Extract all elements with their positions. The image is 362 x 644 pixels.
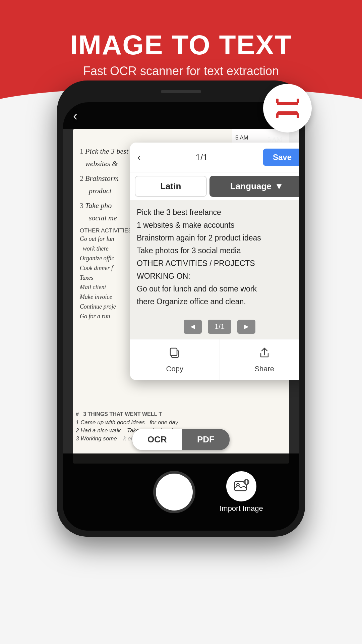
copy-icon (168, 346, 181, 362)
ocr-back-button[interactable]: ‹ (137, 152, 140, 163)
svg-rect-3 (276, 113, 279, 118)
ocr-text-area: Pick the 3 best freelance 1 websites & m… (130, 200, 299, 314)
back-button[interactable]: ‹ (73, 108, 77, 123)
prev-page-button[interactable]: ◄ (184, 320, 202, 334)
phone-mockup: ‹ ••• 5 AM 1 Pick the 3 best freelancewe… (57, 80, 305, 537)
copy-button[interactable]: Copy (130, 339, 220, 380)
svg-rect-0 (277, 102, 298, 105)
import-icon (226, 471, 256, 501)
import-image-button[interactable]: Import Image (220, 471, 263, 513)
app-subtitle: Fast OCR scanner for text extraction (83, 64, 279, 78)
pdf-mode-button[interactable]: PDF (182, 429, 230, 450)
svg-rect-5 (297, 113, 299, 118)
next-page-button[interactable]: ► (237, 320, 255, 334)
share-label: Share (254, 365, 274, 373)
ocr-save-button[interactable]: Save (263, 149, 299, 166)
language-dropdown[interactable]: Language ▼ (209, 176, 299, 197)
phone-speaker (161, 90, 201, 93)
camera-bottom-bar: Import Image (63, 453, 299, 531)
ocr-pagination: ◄ 1/1 ► (130, 314, 299, 339)
ocr-page-number: 1/1 (196, 152, 208, 163)
copy-label: Copy (166, 365, 183, 373)
page-indicator: 1/1 (208, 320, 232, 334)
app-title: IMAGE TO TEXT (70, 29, 292, 61)
schedule-item: 5 AM (235, 132, 296, 144)
svg-rect-4 (297, 99, 299, 103)
share-button[interactable]: Share (220, 339, 299, 380)
svg-rect-1 (277, 111, 298, 115)
share-icon (258, 346, 271, 362)
phone-frame: ‹ ••• 5 AM 1 Pick the 3 best freelancewe… (57, 80, 305, 537)
app-logo-circle (263, 84, 312, 132)
ocr-panel-header: ‹ 1/1 Save (130, 143, 299, 172)
mode-toggle: OCR PDF (132, 429, 230, 450)
ocr-language-bar: Latin Language ▼ (130, 172, 299, 200)
latin-tab[interactable]: Latin (135, 176, 207, 197)
camera-view: ‹ ••• 5 AM 1 Pick the 3 best freelancewe… (63, 102, 299, 531)
svg-rect-7 (170, 348, 177, 356)
ocr-mode-button[interactable]: OCR (132, 429, 182, 450)
svg-rect-2 (276, 99, 279, 103)
ocr-extracted-text[interactable]: Pick the 3 best freelance 1 websites & m… (137, 206, 299, 308)
ocr-action-bar: Copy Share (130, 339, 299, 380)
ocr-result-panel: ‹ 1/1 Save Latin Language ▼ Pi (130, 143, 299, 380)
phone-screen: ‹ ••• 5 AM 1 Pick the 3 best freelancewe… (63, 102, 299, 531)
import-label: Import Image (220, 504, 263, 513)
shutter-button[interactable] (156, 474, 193, 511)
